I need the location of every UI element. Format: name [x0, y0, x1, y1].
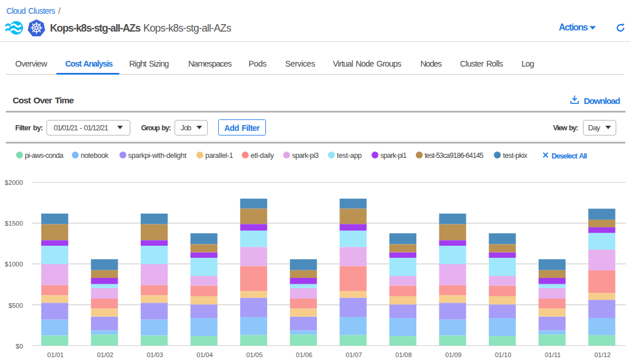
svg-text:01/10: 01/10	[495, 351, 512, 358]
svg-text:01/07: 01/07	[346, 351, 362, 358]
svg-text:01/12: 01/12	[594, 351, 611, 358]
svg-text:$500: $500	[9, 302, 23, 309]
svg-text:01/11: 01/11	[545, 351, 561, 358]
svg-text:01/01: 01/01	[47, 351, 64, 358]
svg-text:$1000: $1000	[5, 261, 23, 268]
svg-text:01/03: 01/03	[147, 351, 164, 358]
svg-text:$2000: $2000	[5, 179, 23, 186]
svg-text:$0: $0	[16, 343, 23, 350]
svg-text:01/09: 01/09	[445, 351, 462, 358]
svg-text:01/06: 01/06	[296, 351, 312, 358]
svg-text:01/04: 01/04	[196, 351, 213, 358]
svg-text:01/02: 01/02	[97, 351, 114, 358]
svg-text:01/08: 01/08	[396, 351, 412, 358]
svg-text:01/05: 01/05	[246, 351, 263, 358]
svg-text:$1500: $1500	[5, 220, 23, 227]
